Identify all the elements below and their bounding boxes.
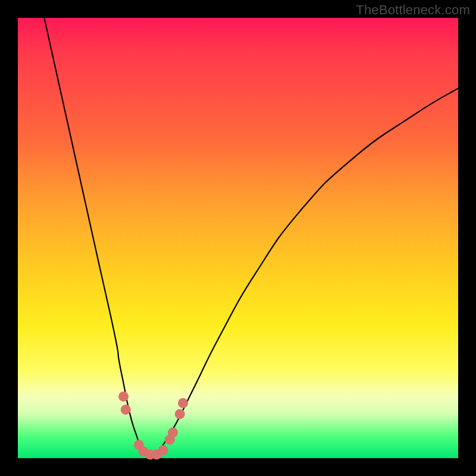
curve-marker [175,409,185,419]
curve-marker [158,445,168,455]
curve-markers [118,392,188,460]
chart-frame: TheBottleneck.com [0,0,476,476]
curve-marker [178,398,188,408]
bottleneck-curve [44,18,458,459]
plot-area [18,18,458,458]
curve-svg [18,18,458,458]
watermark-text: TheBottleneck.com [356,2,470,18]
curve-marker [118,392,129,402]
curve-marker [168,428,178,438]
curve-marker [121,405,131,415]
